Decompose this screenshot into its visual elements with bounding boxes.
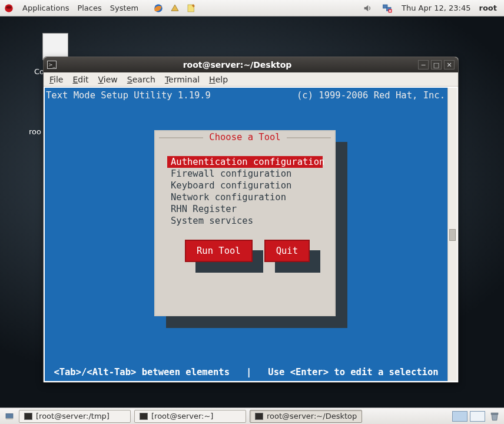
window-menubar: File Edit View Search Terminal Help xyxy=(44,72,458,87)
quit-button-wrap: Quit xyxy=(264,240,310,262)
minimize-button[interactable]: ─ xyxy=(418,60,429,69)
taskbar-button[interactable]: [root@server:/tmp] xyxy=(19,410,131,423)
trash-icon[interactable] xyxy=(489,410,500,422)
terminal-icon xyxy=(140,413,148,420)
top-panel-right: Thu Apr 12, 23:45 root xyxy=(362,3,504,14)
clock[interactable]: Thu Apr 12, 23:45 xyxy=(402,4,470,12)
redhat-logo-icon xyxy=(4,3,14,14)
taskbar-label: [root@server:~] xyxy=(151,412,213,420)
terminal-hint: <Tab>/<Alt-Tab> between elements | Use <… xyxy=(45,367,447,377)
run-tool-button-wrap: Run Tool xyxy=(185,240,253,262)
window-titlebar[interactable]: >_ root@server:~/Desktop ─ □ ✕ xyxy=(44,57,458,72)
volume-icon[interactable] xyxy=(362,3,373,14)
window-title: root@server:~/Desktop xyxy=(57,60,418,69)
tool-list: Authentication configuration Firewall co… xyxy=(167,156,323,227)
terminal-viewport[interactable]: Text Mode Setup Utility 1.19.9 (c) 1999-… xyxy=(45,88,447,381)
svg-rect-7 xyxy=(6,413,13,418)
close-button[interactable]: ✕ xyxy=(444,60,455,69)
terminal-titlebar-icon: >_ xyxy=(47,61,57,69)
terminal-window: >_ root@server:~/Desktop ─ □ ✕ File Edit… xyxy=(43,57,459,383)
tool-item-services[interactable]: System services xyxy=(167,215,323,227)
tool-item-firewall[interactable]: Firewall configuration xyxy=(167,168,323,180)
terminal-icon xyxy=(24,413,32,420)
notes-icon[interactable] xyxy=(185,3,197,14)
dialog-title: Choose a Tool xyxy=(203,132,286,143)
firefox-icon[interactable] xyxy=(152,3,164,14)
applications-menu[interactable]: Applications xyxy=(22,4,69,12)
menu-file[interactable]: File xyxy=(49,75,63,84)
terminal-icon xyxy=(255,413,263,420)
menu-edit[interactable]: Edit xyxy=(72,75,88,84)
system-menu[interactable]: System xyxy=(110,4,138,12)
launcher-icons xyxy=(152,3,197,14)
tool-item-rhn[interactable]: RHN Register xyxy=(167,203,323,215)
choose-tool-dialog: Choose a Tool Authentication configurati… xyxy=(154,130,336,316)
setup-utility-title: Text Mode Setup Utility 1.19.9 xyxy=(46,90,211,101)
workspace-2[interactable] xyxy=(470,411,485,422)
terminal-header-line: Text Mode Setup Utility 1.19.9 (c) 1999-… xyxy=(46,90,445,101)
run-tool-button[interactable]: Run Tool xyxy=(185,240,253,262)
svg-rect-9 xyxy=(491,413,498,415)
top-panel: Applications Places System Thu Apr 12, 2… xyxy=(0,0,504,16)
taskbar-label: [root@server:/tmp] xyxy=(36,412,110,420)
svg-point-1 xyxy=(6,6,12,9)
terminal-scrollbar[interactable] xyxy=(447,88,457,381)
dialog-buttons: Run Tool Quit xyxy=(185,240,310,262)
workspace-1[interactable] xyxy=(452,411,467,422)
tool-item-authentication[interactable]: Authentication configuration xyxy=(167,156,323,168)
svg-rect-8 xyxy=(6,418,13,419)
tool-item-keyboard[interactable]: Keyboard configuration xyxy=(167,180,323,191)
desktop-icon-label: roo xyxy=(29,127,41,136)
menu-terminal[interactable]: Terminal xyxy=(165,75,200,84)
copyright-text: (c) 1999-2006 Red Hat, Inc. xyxy=(297,90,445,101)
taskbar-button[interactable]: [root@server:~] xyxy=(134,410,246,423)
terminal-wrap: Text Mode Setup Utility 1.19.9 (c) 1999-… xyxy=(44,87,458,382)
menu-view[interactable]: View xyxy=(98,75,118,84)
taskbar-button[interactable]: root@server:~/Desktop xyxy=(250,410,362,423)
top-panel-left: Applications Places System xyxy=(0,3,197,14)
window-controls: ─ □ ✕ xyxy=(418,60,455,69)
network-error-icon[interactable] xyxy=(382,3,393,14)
taskbar-label: root@server:~/Desktop xyxy=(267,412,357,420)
quit-button[interactable]: Quit xyxy=(264,240,310,262)
workspace-switcher xyxy=(452,411,485,422)
places-menu[interactable]: Places xyxy=(77,4,101,12)
show-desktop-icon[interactable] xyxy=(4,411,15,422)
bottom-panel: [root@server:/tmp] [root@server:~] root@… xyxy=(0,408,504,424)
dictionary-icon[interactable] xyxy=(169,3,181,14)
user-menu[interactable]: root xyxy=(479,4,498,12)
maximize-button[interactable]: □ xyxy=(431,60,442,69)
menu-search[interactable]: Search xyxy=(127,75,155,84)
desktop: Co roo >_ root@server:~/Desktop ─ □ ✕ Fi… xyxy=(0,16,504,408)
scrollbar-thumb[interactable] xyxy=(449,229,456,241)
menu-help[interactable]: Help xyxy=(209,75,228,84)
tool-item-network[interactable]: Network configuration xyxy=(167,191,323,203)
